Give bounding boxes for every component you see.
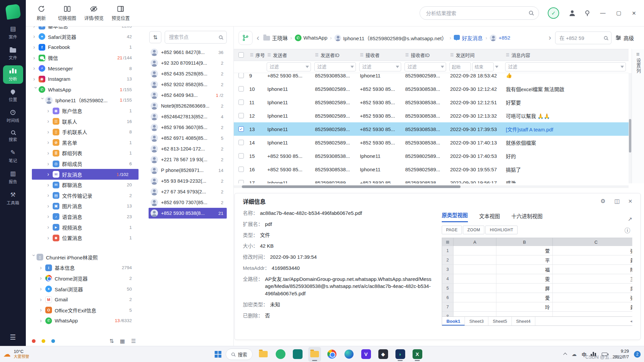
row-checkbox[interactable] <box>238 100 244 105</box>
collapse-icon[interactable]: › <box>33 87 39 92</box>
rail-item-report[interactable]: ▥ 报告 <box>3 168 23 187</box>
node-item[interactable]: +852 6971 4085(85...5 <box>149 133 227 143</box>
taskbar-clock[interactable]: 9:29 2022/7/7 <box>612 349 629 360</box>
pin-window-icon[interactable] <box>585 10 589 16</box>
table-row[interactable]: 11 Iphone11 85259802589... +852 5930 85.… <box>234 96 629 109</box>
red-status-dot[interactable] <box>32 339 36 343</box>
taskbar-app-v[interactable]: V <box>360 347 372 362</box>
column-header-receiver-id[interactable]: ☰接收者ID <box>404 52 449 58</box>
node-item-selected[interactable]: +852 5930 8538(8...21 <box>149 208 227 219</box>
battery-icon[interactable] <box>602 353 607 356</box>
row-checkbox[interactable] <box>238 86 244 92</box>
rail-item-toolbox[interactable]: ⚒ 工具箱 <box>3 189 23 208</box>
node-item[interactable]: +852 6409 943...1 /2 <box>149 90 227 101</box>
filter-input[interactable] <box>267 62 311 71</box>
table-row[interactable]: 10 Iphone11 85259802589... +852 5930 85.… <box>234 82 629 96</box>
tree-item-chrome[interactable]: › Chrome浏览器 2 <box>26 273 142 284</box>
sheet-prev-icon[interactable]: ◂ <box>630 319 632 323</box>
rail-item-notes[interactable]: ✎ 笔记 <box>3 147 23 166</box>
tree-item-group-members[interactable]: › ◎ 群组成员 6 <box>26 159 142 169</box>
node-item[interactable]: +852 9202 8582(85...2 <box>149 79 227 90</box>
tree-item-account-info[interactable]: › ◉ 账户信息 1 <box>26 106 142 116</box>
taskbar-search[interactable]: 搜索 <box>226 349 253 360</box>
filter-funnel-icon[interactable] <box>306 66 309 68</box>
expand-icon[interactable]: › <box>33 65 39 71</box>
open-external-icon[interactable]: ↗ <box>628 216 632 222</box>
expand-icon[interactable]: › <box>40 307 45 313</box>
expand-icon[interactable]: › <box>33 55 39 61</box>
search-icon[interactable] <box>529 11 533 15</box>
back-chevron-icon[interactable]: ‹ <box>257 33 259 43</box>
expand-icon[interactable]: › <box>47 139 53 145</box>
tree-item-safari-2[interactable]: › ✦ Safari浏览器 50 <box>26 284 142 294</box>
taskbar-file-explorer[interactable] <box>257 347 270 362</box>
taskbar-app-teal[interactable] <box>291 347 304 362</box>
column-header-send-time[interactable]: ☰发送时间 <box>449 52 504 58</box>
collapse-icon[interactable]: › <box>40 98 46 103</box>
graph-view-button[interactable] <box>238 31 253 45</box>
table-row[interactable]: 16 +852 5930 85... 85259308538... Iphone… <box>234 163 629 176</box>
filter-funnel-icon[interactable] <box>621 66 624 68</box>
verified-badge[interactable]: ✓ <box>548 7 559 19</box>
tree-item-friend-messages-selected[interactable]: › ✉ 好友消息 1 /102 <box>32 169 139 180</box>
filter-input[interactable] <box>505 62 626 71</box>
weather-widget[interactable]: ☁ 10°C 大雾预警 <box>3 346 29 362</box>
rail-item-location[interactable]: 位置 <box>3 86 23 105</box>
rail-item-files[interactable]: 文件 <box>3 45 23 63</box>
column-settings-button[interactable]: 设置列 <box>635 58 641 74</box>
tree-item-chunhei-device[interactable]: › ▯ ChunHei iPhone林浚熙 <box>26 252 142 262</box>
taskbar-folder-active[interactable] <box>308 347 321 362</box>
expand-icon[interactable]: › <box>47 108 53 114</box>
node-item[interactable]: +62 813-1204-172...2 <box>149 143 227 154</box>
minimize-button[interactable]: — <box>600 10 605 16</box>
node-item[interactable]: +221 78 567 19 93(...2 <box>149 154 227 165</box>
rail-item-timeline[interactable]: 时间线 <box>3 107 23 125</box>
tree-item-group-list[interactable]: › ≣ 群组列表 1 <box>26 148 142 159</box>
filter-funnel-icon[interactable] <box>396 66 399 68</box>
rail-item-case[interactable]: ▤ 案件 <box>3 23 23 42</box>
table-vertical-scrollbar[interactable] <box>629 73 632 183</box>
start-button[interactable] <box>215 351 221 358</box>
expand-icon[interactable]: › <box>47 224 53 230</box>
tray-expand-icon[interactable] <box>564 353 567 356</box>
expand-icon[interactable]: › <box>47 118 53 124</box>
row-checkbox[interactable] <box>238 140 244 145</box>
tree-item-office-exif[interactable]: › O Office文件Exif信息 5 <box>26 305 142 315</box>
expand-icon[interactable]: › <box>47 171 53 177</box>
expand-icon[interactable]: › <box>47 161 53 167</box>
expand-icon[interactable]: › <box>33 26 39 29</box>
table-row-selected[interactable]: ✓ 13 Iphone11 85259802589... +852 5930 8… <box>234 122 629 136</box>
table-row[interactable]: 17 Iphone11 85259802589 +852 5930 85 852… <box>234 176 629 183</box>
column-header-sender-id[interactable]: ☰发送者ID <box>314 52 359 58</box>
range-end-input[interactable] <box>472 62 494 71</box>
expand-icon[interactable]: › <box>47 235 53 241</box>
select-all-checkbox[interactable] <box>238 52 244 58</box>
row-checkbox[interactable] <box>238 167 244 172</box>
tree-item-instagram[interactable]: › ◉ Instagram 13 <box>26 74 142 84</box>
switch-view-button[interactable]: 切换视图 <box>58 5 76 21</box>
tree-item-contacts[interactable]: › ☰ 联系人 16 <box>26 116 142 127</box>
gear-icon[interactable]: ⚙ <box>600 198 605 205</box>
columns-icon[interactable]: ≣ <box>636 52 640 57</box>
node-item[interactable]: Note9(85262863669...2 <box>149 101 227 111</box>
expand-icon[interactable]: › <box>40 318 45 324</box>
expand-icon[interactable]: › <box>47 203 53 209</box>
expand-icon[interactable]: › <box>33 34 39 40</box>
tree-item-wechat[interactable]: › 微信 21 /144 <box>26 53 142 63</box>
row-checkbox-checked[interactable]: ✓ <box>238 126 244 132</box>
row-checkbox[interactable] <box>238 73 244 78</box>
taskbar-forensic-app[interactable]: ◗ <box>394 347 407 362</box>
expand-icon[interactable]: › <box>40 275 45 281</box>
tree-item-gmail[interactable]: › M Gmail 2 <box>26 294 142 305</box>
tab-hex-view[interactable]: 十六进制视图 <box>512 212 543 222</box>
breadcrumb-whatsapp[interactable]: ✆ WhatsApp <box>295 35 328 41</box>
tree-item-voice-messages[interactable]: › ♪ 语音消息 23 <box>26 212 142 222</box>
page-button[interactable]: PAGE <box>442 226 462 234</box>
menu-icon[interactable]: ☰ <box>10 333 16 341</box>
expand-icon[interactable]: › <box>40 297 45 303</box>
file-attachment-link[interactable]: [文件]staff A team.pdf <box>504 126 629 133</box>
tree-item-image-messages[interactable]: › ▣ 图片消息 13 <box>26 201 142 212</box>
tree-item-facebook[interactable]: › f Facebook 1 <box>26 42 142 53</box>
tab-original-view[interactable]: 原类型视图 <box>442 211 468 222</box>
column-header-content[interactable]: ☰消息内容 <box>504 52 629 58</box>
